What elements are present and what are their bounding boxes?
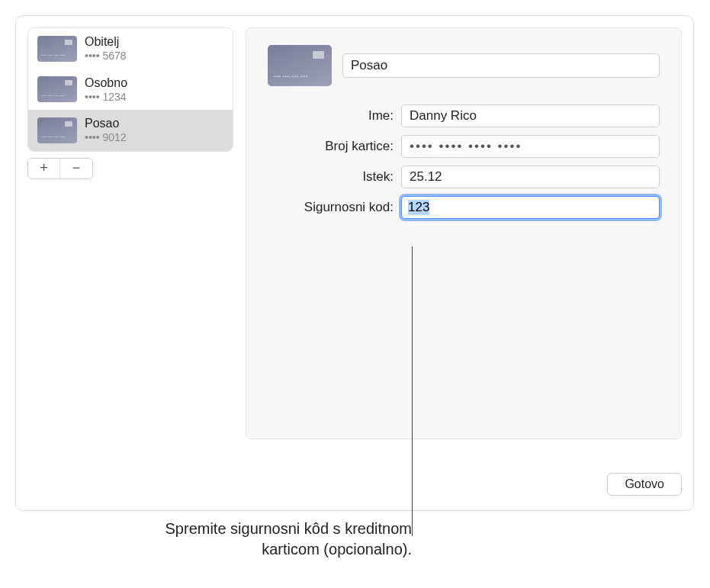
list-controls: + − <box>27 158 93 179</box>
card-text: Obitelj •••• 5678 <box>85 34 127 63</box>
label-number: Broj kartice: <box>268 139 401 154</box>
card-name: Obitelj <box>85 34 127 50</box>
card-text: Posao •••• 9012 <box>85 116 127 145</box>
done-button[interactable]: Gotovo <box>607 473 682 496</box>
security-code-value: 123 <box>408 200 429 215</box>
content-area: Obitelj •••• 5678 Osobno •••• 1234 Posao <box>27 27 682 439</box>
label-security: Sigurnosni kod: <box>268 200 401 215</box>
footer-row: Gotovo <box>27 473 682 496</box>
card-item-obitelj[interactable]: Obitelj •••• 5678 <box>28 28 233 69</box>
credit-card-icon <box>37 36 77 62</box>
card-number-input[interactable] <box>401 135 660 158</box>
card-name: Osobno <box>85 76 127 91</box>
card-item-osobno[interactable]: Osobno •••• 1234 <box>28 69 233 111</box>
credit-card-icon <box>37 76 77 102</box>
row-number: Broj kartice: <box>268 135 660 158</box>
card-last4: •••• 1234 <box>85 91 127 104</box>
row-expiry: Istek: <box>268 165 660 188</box>
cardholder-name-input[interactable] <box>401 104 660 127</box>
callout-text: Spremite sigurnosni kôd s kreditnom kart… <box>61 519 412 560</box>
callout-leader-line <box>412 246 413 536</box>
callout-line2: karticom (opcionalno). <box>262 541 412 557</box>
card-text: Osobno •••• 1234 <box>85 76 127 104</box>
row-security: Sigurnosni kod: 123 <box>268 196 660 219</box>
label-expiry: Istek: <box>268 169 401 185</box>
callout-line1: Spremite sigurnosni kôd s kreditnom <box>165 520 412 537</box>
credit-card-icon-large <box>268 45 332 86</box>
sidebar-column: Obitelj •••• 5678 Osobno •••• 1234 Posao <box>27 27 233 439</box>
card-last4: •••• 5678 <box>85 50 127 63</box>
row-name: Ime: <box>268 104 660 127</box>
card-item-posao[interactable]: Posao •••• 9012 <box>28 110 233 151</box>
security-code-input[interactable]: 123 <box>401 196 660 219</box>
card-last4: •••• 9012 <box>85 131 127 145</box>
card-detail-panel: Ime: Broj kartice: Istek: Sigurnosni kod… <box>246 27 682 439</box>
card-title-row <box>268 45 660 86</box>
credit-card-icon <box>37 117 77 143</box>
card-name: Posao <box>85 116 127 131</box>
label-name: Ime: <box>268 108 401 124</box>
autofill-cards-window: Obitelj •••• 5678 Osobno •••• 1234 Posao <box>15 15 694 511</box>
add-card-button[interactable]: + <box>28 159 60 178</box>
remove-card-button[interactable]: − <box>60 159 92 178</box>
expiry-input[interactable] <box>401 165 660 188</box>
card-description-input[interactable] <box>342 53 660 78</box>
card-list: Obitelj •••• 5678 Osobno •••• 1234 Posao <box>27 27 233 152</box>
